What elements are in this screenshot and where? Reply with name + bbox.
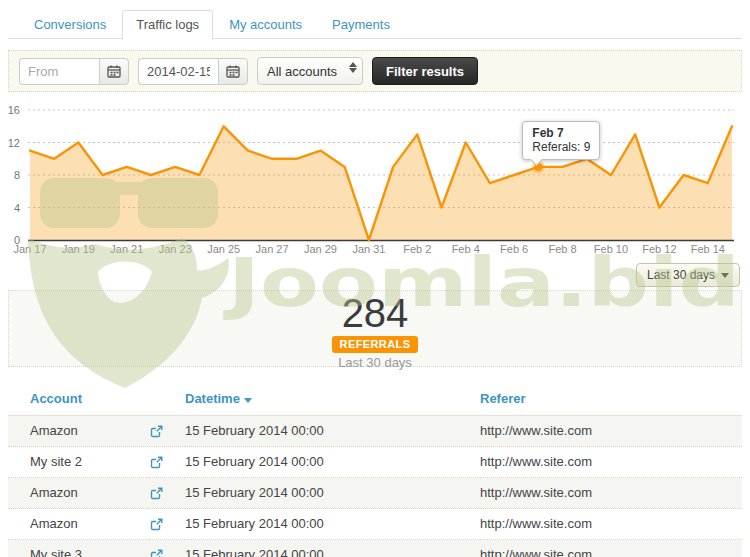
svg-text:Feb 4: Feb 4 bbox=[452, 243, 480, 255]
svg-text:Jan 27: Jan 27 bbox=[256, 243, 289, 255]
referrals-total: 284 bbox=[9, 292, 741, 334]
area-chart-canvas[interactable]: 0481216Jan 17Jan 19Jan 21Jan 23Jan 25Jan… bbox=[0, 100, 750, 258]
select-stepper-icon bbox=[349, 62, 357, 73]
table-header-row: Account Datetime Referer bbox=[8, 384, 742, 416]
svg-text:Jan 21: Jan 21 bbox=[110, 243, 143, 255]
svg-text:Jan 31: Jan 31 bbox=[352, 243, 385, 255]
chart-tooltip: Feb 7 Referals: 9 bbox=[522, 121, 600, 160]
datetime-cell: 15 February 2014 00:00 bbox=[185, 416, 480, 447]
tab-traffic-logs[interactable]: Traffic logs bbox=[122, 10, 213, 40]
account-cell: Amazon bbox=[8, 509, 150, 540]
filter-results-button[interactable]: Filter results bbox=[372, 57, 478, 85]
date-from-group bbox=[19, 58, 129, 85]
accounts-select-value: All accounts bbox=[267, 64, 337, 79]
referer-cell: http://www.site.com bbox=[480, 447, 742, 478]
range-dropdown-button[interactable]: Last 30 days bbox=[636, 263, 740, 287]
svg-text:Feb 6: Feb 6 bbox=[500, 243, 528, 255]
calendar-icon[interactable] bbox=[218, 58, 248, 85]
calendar-icon[interactable] bbox=[99, 58, 129, 85]
accounts-select[interactable]: All accounts bbox=[257, 57, 363, 85]
date-from-input[interactable] bbox=[19, 58, 99, 85]
traffic-logs-page: ConversionsTraffic logsMy accountsPaymen… bbox=[0, 0, 750, 557]
traffic-table-body: Amazon15 February 2014 00:00http://www.s… bbox=[8, 416, 742, 557]
referrals-badge: REFERRALS bbox=[332, 336, 419, 353]
svg-text:Feb 14: Feb 14 bbox=[691, 243, 725, 255]
column-header-datetime[interactable]: Datetime bbox=[185, 384, 480, 416]
datetime-cell: 15 February 2014 00:00 bbox=[185, 478, 480, 509]
svg-text:Feb 10: Feb 10 bbox=[594, 243, 628, 255]
column-header-referer[interactable]: Referer bbox=[480, 384, 742, 416]
table-row: Amazon15 February 2014 00:00http://www.s… bbox=[8, 478, 742, 509]
svg-text:12: 12 bbox=[8, 137, 20, 149]
svg-text:Jan 17: Jan 17 bbox=[13, 243, 46, 255]
range-dropdown-label: Last 30 days bbox=[647, 268, 715, 282]
tooltip-date: Feb 7 bbox=[532, 126, 590, 140]
external-link-icon[interactable] bbox=[150, 509, 185, 540]
referrals-chart: 0481216Jan 17Jan 19Jan 21Jan 23Jan 25Jan… bbox=[0, 100, 750, 258]
tab-conversions[interactable]: Conversions bbox=[20, 10, 120, 40]
tab-bar: ConversionsTraffic logsMy accountsPaymen… bbox=[8, 10, 742, 39]
column-header-account[interactable]: Account bbox=[8, 384, 185, 416]
caret-down-icon bbox=[721, 273, 729, 278]
svg-text:Jan 25: Jan 25 bbox=[207, 243, 240, 255]
referer-cell: http://www.site.com bbox=[480, 416, 742, 447]
external-link-icon[interactable] bbox=[150, 447, 185, 478]
account-cell: My site 3 bbox=[8, 540, 150, 557]
referer-cell: http://www.site.com bbox=[480, 509, 742, 540]
external-link-icon[interactable] bbox=[150, 478, 185, 509]
datetime-cell: 15 February 2014 00:00 bbox=[185, 540, 480, 557]
referer-cell: http://www.site.com bbox=[480, 540, 742, 557]
sort-caret-icon bbox=[244, 398, 252, 403]
tooltip-value: Referals: 9 bbox=[532, 140, 590, 154]
svg-text:Jan 23: Jan 23 bbox=[159, 243, 192, 255]
svg-text:Feb 2: Feb 2 bbox=[403, 243, 431, 255]
filter-bar: All accounts Filter results bbox=[8, 50, 742, 92]
svg-text:Jan 29: Jan 29 bbox=[304, 243, 337, 255]
tab-payments[interactable]: Payments bbox=[318, 10, 404, 40]
account-cell: My site 2 bbox=[8, 447, 150, 478]
tab-my-accounts[interactable]: My accounts bbox=[215, 10, 316, 40]
stats-period-label: Last 30 days bbox=[9, 355, 741, 370]
date-to-input[interactable] bbox=[138, 58, 218, 85]
svg-text:4: 4 bbox=[14, 202, 20, 214]
external-link-icon[interactable] bbox=[150, 540, 185, 557]
datetime-cell: 15 February 2014 00:00 bbox=[185, 447, 480, 478]
table-row: Amazon15 February 2014 00:00http://www.s… bbox=[8, 416, 742, 447]
datetime-cell: 15 February 2014 00:00 bbox=[185, 509, 480, 540]
external-link-icon[interactable] bbox=[150, 416, 185, 447]
svg-text:Feb 12: Feb 12 bbox=[642, 243, 676, 255]
stats-panel: 284 REFERRALS Last 30 days bbox=[8, 290, 742, 367]
svg-text:Jan 19: Jan 19 bbox=[62, 243, 95, 255]
table-row: Amazon15 February 2014 00:00http://www.s… bbox=[8, 509, 742, 540]
svg-text:Feb 8: Feb 8 bbox=[548, 243, 576, 255]
date-to-group bbox=[138, 58, 248, 85]
table-row: My site 215 February 2014 00:00http://ww… bbox=[8, 447, 742, 478]
referer-cell: http://www.site.com bbox=[480, 478, 742, 509]
svg-text:8: 8 bbox=[14, 169, 20, 181]
svg-text:16: 16 bbox=[8, 104, 20, 116]
account-cell: Amazon bbox=[8, 416, 150, 447]
table-row: My site 315 February 2014 00:00http://ww… bbox=[8, 540, 742, 557]
traffic-table: Account Datetime Referer Amazon15 Februa… bbox=[8, 384, 742, 557]
account-cell: Amazon bbox=[8, 478, 150, 509]
